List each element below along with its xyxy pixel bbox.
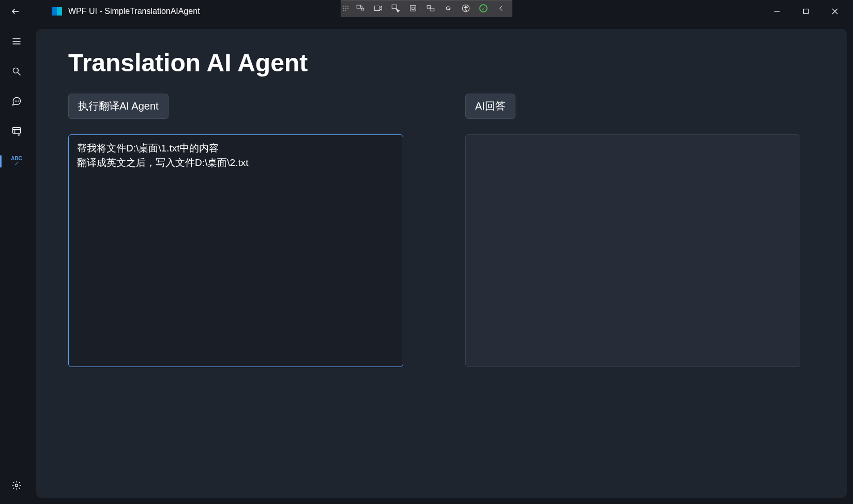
svg-rect-3 — [392, 5, 397, 9]
svg-point-11 — [13, 68, 18, 73]
minimize-button[interactable] — [763, 2, 791, 21]
page-heading: Translation AI Agent — [68, 50, 815, 77]
sidebar-item-translate[interactable]: ABC ✓ — [4, 150, 29, 173]
sidebar-item-menu[interactable] — [4, 30, 29, 53]
svg-point-16 — [16, 484, 18, 487]
maximize-button[interactable] — [792, 2, 820, 21]
back-button[interactable] — [4, 1, 27, 22]
window-controls — [763, 2, 849, 21]
svg-rect-2 — [374, 6, 380, 11]
debug-accessibility-icon[interactable] — [457, 1, 475, 16]
svg-point-12 — [15, 101, 16, 101]
debug-live-visual-tree-icon[interactable] — [352, 1, 369, 16]
debug-hot-reload-icon[interactable]: ✓ — [475, 1, 492, 16]
sidebar-item-data[interactable] — [4, 120, 29, 143]
svg-rect-4 — [410, 6, 416, 11]
debug-record-icon[interactable] — [369, 1, 387, 16]
sidebar-item-settings[interactable] — [4, 474, 29, 497]
svg-rect-1 — [361, 8, 364, 10]
maximize-icon — [802, 8, 810, 15]
svg-point-13 — [17, 101, 17, 101]
svg-rect-5 — [412, 7, 415, 10]
minimize-icon — [773, 8, 781, 15]
svg-rect-7 — [431, 8, 434, 11]
svg-rect-10 — [804, 9, 809, 14]
translation-output — [465, 134, 800, 367]
window-title: WPF UI - SimpleTranslationAIAgent — [68, 7, 200, 16]
toolbar-grip-icon[interactable] — [343, 2, 348, 14]
vs-debug-toolbar[interactable]: ✓ — [341, 0, 512, 17]
debug-select-element-icon[interactable] — [387, 1, 404, 16]
ai-reply-button[interactable]: AI回答 — [465, 94, 515, 119]
translation-input[interactable] — [68, 134, 403, 367]
data-icon — [11, 126, 22, 136]
close-button[interactable] — [821, 2, 849, 21]
debug-binding-icon[interactable] — [439, 1, 457, 16]
debug-layout-adorners-icon[interactable] — [404, 1, 422, 16]
execute-translation-button[interactable]: 执行翻译AI Agent — [68, 94, 169, 119]
sidebar-item-chat[interactable] — [4, 90, 29, 113]
app-icon — [52, 7, 62, 16]
svg-point-9 — [465, 6, 466, 7]
hamburger-icon — [11, 36, 22, 47]
gear-icon — [11, 480, 22, 491]
svg-point-14 — [18, 101, 19, 101]
sidebar-item-search[interactable] — [4, 60, 29, 83]
arrow-left-icon — [11, 7, 20, 16]
abc-check-icon: ABC ✓ — [11, 156, 22, 166]
content-card: Translation AI Agent 执行翻译AI Agent AI回答 — [36, 29, 847, 498]
chat-icon — [11, 96, 22, 106]
sidebar: ABC ✓ — [0, 23, 33, 504]
debug-collapse-icon[interactable] — [492, 1, 510, 16]
main-area: Translation AI Agent 执行翻译AI Agent AI回答 — [33, 23, 853, 504]
svg-rect-0 — [357, 5, 361, 8]
debug-track-focused-icon[interactable] — [422, 1, 439, 16]
output-column: AI回答 — [465, 94, 800, 367]
close-icon — [831, 8, 839, 15]
svg-rect-15 — [13, 128, 21, 134]
search-icon — [11, 66, 22, 77]
input-column: 执行翻译AI Agent — [68, 94, 403, 367]
